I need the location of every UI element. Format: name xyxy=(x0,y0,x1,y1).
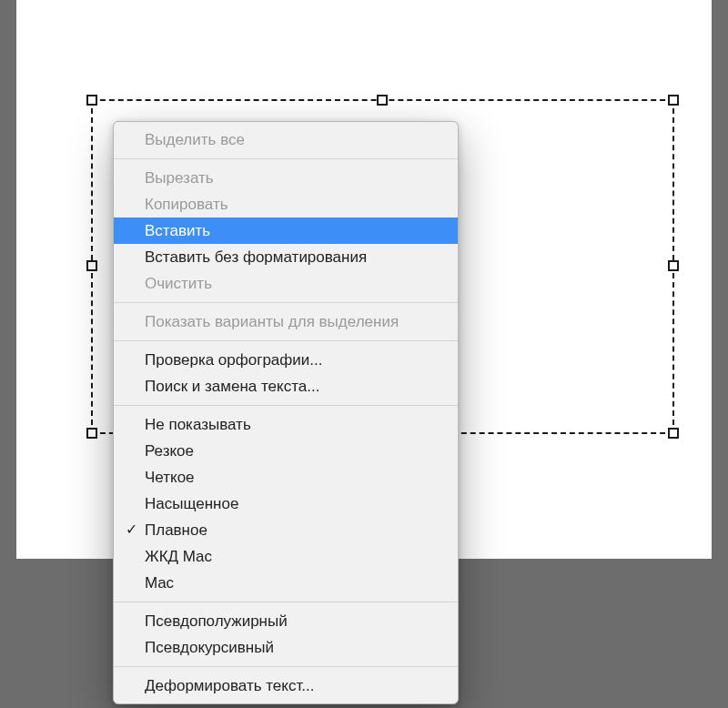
menu-item-label: ЖКД Mac xyxy=(145,548,212,565)
menu-item[interactable]: Не показывать xyxy=(114,411,458,438)
menu-item[interactable]: Mac xyxy=(114,570,458,596)
menu-separator xyxy=(114,405,458,406)
menu-separator xyxy=(114,666,458,667)
resize-handle-middle-right[interactable] xyxy=(668,260,679,271)
menu-item-label: Четкое xyxy=(145,469,195,486)
menu-separator xyxy=(114,602,458,602)
context-menu[interactable]: Выделить всеВырезатьКопироватьВставитьВс… xyxy=(113,121,459,704)
menu-item-label: Проверка орфографии... xyxy=(145,351,322,369)
menu-item-label: Псевдокурсивный xyxy=(145,639,274,656)
menu-item[interactable]: ЖКД Mac xyxy=(114,543,458,570)
menu-item-label: Показать варианты для выделения xyxy=(145,313,399,330)
menu-item[interactable]: Вставить xyxy=(114,217,458,244)
menu-item[interactable]: Насыщенное xyxy=(114,491,458,517)
menu-item-label: Вставить без форматирования xyxy=(145,248,367,266)
menu-item-label: Поиск и замена текста... xyxy=(145,378,319,395)
menu-item[interactable]: Псевдокурсивный xyxy=(114,634,458,661)
menu-item-label: Вставить xyxy=(145,222,210,239)
menu-separator xyxy=(114,158,458,159)
menu-item[interactable]: Псевдополужирный xyxy=(114,608,458,634)
menu-item: Очистить xyxy=(114,270,458,297)
menu-item[interactable]: Поиск и замена текста... xyxy=(114,373,458,400)
menu-item-label: Mac xyxy=(145,574,174,592)
menu-item-label: Очистить xyxy=(145,275,212,292)
resize-handle-middle-left[interactable] xyxy=(86,260,97,271)
resize-handle-bottom-right[interactable] xyxy=(668,428,679,439)
menu-item[interactable]: Деформировать текст... xyxy=(114,673,458,699)
menu-item-label: Вырезать xyxy=(145,169,214,187)
menu-item[interactable]: Проверка орфографии... xyxy=(114,347,458,373)
menu-item: Копировать xyxy=(114,191,458,217)
menu-item[interactable]: ✓Плавное xyxy=(114,517,458,543)
menu-item-label: Копировать xyxy=(145,196,228,213)
menu-item-label: Деформировать текст... xyxy=(145,677,315,694)
menu-separator xyxy=(114,340,458,341)
menu-item: Выделить все xyxy=(114,126,458,153)
menu-item[interactable]: Вставить без форматирования xyxy=(114,244,458,270)
menu-item-label: Плавное xyxy=(145,521,207,539)
menu-item-label: Не показывать xyxy=(145,416,251,433)
resize-handle-top-left[interactable] xyxy=(86,95,97,106)
menu-item[interactable]: Резкое xyxy=(114,438,458,464)
resize-handle-top-center[interactable] xyxy=(377,95,388,106)
menu-item: Показать варианты для выделения xyxy=(114,308,458,335)
menu-separator xyxy=(114,302,458,303)
menu-item-label: Насыщенное xyxy=(145,495,238,512)
resize-handle-bottom-left[interactable] xyxy=(86,428,97,439)
check-icon: ✓ xyxy=(126,522,137,537)
resize-handle-top-right[interactable] xyxy=(668,95,679,106)
menu-item-label: Резкое xyxy=(145,442,194,460)
menu-item-label: Псевдополужирный xyxy=(145,612,288,630)
menu-item[interactable]: Четкое xyxy=(114,464,458,491)
menu-item-label: Выделить все xyxy=(145,131,245,148)
menu-item: Вырезать xyxy=(114,165,458,191)
